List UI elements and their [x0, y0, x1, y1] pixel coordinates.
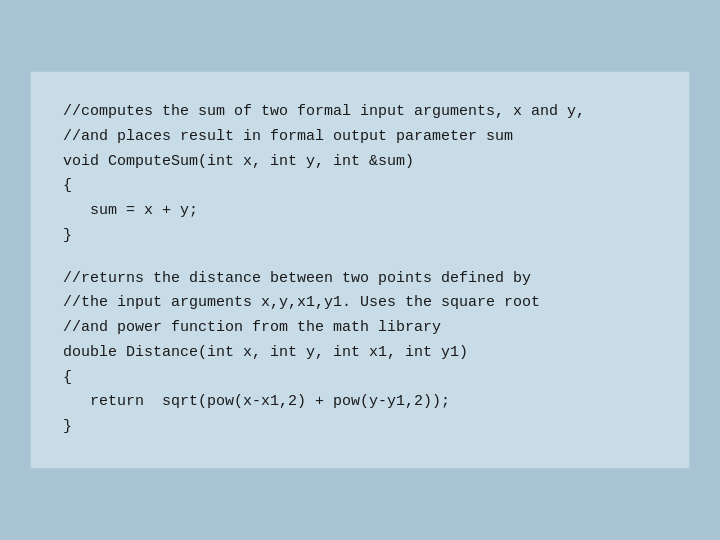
spacer: [63, 249, 657, 267]
code-block-1: //computes the sum of two formal input a…: [63, 100, 657, 249]
code-block-2: //returns the distance between two point…: [63, 267, 657, 440]
code-container: //computes the sum of two formal input a…: [30, 71, 690, 469]
